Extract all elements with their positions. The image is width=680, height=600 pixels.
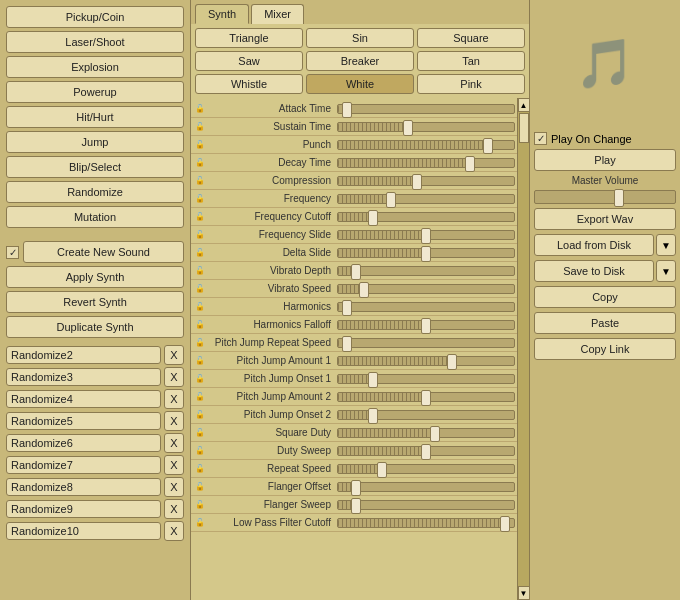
slider-thumb[interactable] bbox=[342, 102, 352, 118]
lock-icon[interactable]: 🔓 bbox=[193, 138, 207, 152]
slider-thumb[interactable] bbox=[368, 210, 378, 226]
slider-track[interactable] bbox=[337, 374, 515, 384]
export-wav-button[interactable]: Export Wav bbox=[534, 208, 676, 230]
sound-button-laser-shoot[interactable]: Laser/Shoot bbox=[6, 31, 184, 53]
lock-icon[interactable]: 🔓 bbox=[193, 444, 207, 458]
randomize-x-button[interactable]: X bbox=[164, 499, 184, 519]
lock-icon[interactable]: 🔓 bbox=[193, 462, 207, 476]
slider-thumb[interactable] bbox=[465, 156, 475, 172]
sound-button-hit-hurt[interactable]: Hit/Hurt bbox=[6, 106, 184, 128]
randomize-x-button[interactable]: X bbox=[164, 433, 184, 453]
slider-track[interactable] bbox=[337, 320, 515, 330]
lock-icon[interactable]: 🔓 bbox=[193, 156, 207, 170]
save-to-disk-button[interactable]: Save to Disk bbox=[534, 260, 654, 282]
slider-thumb[interactable] bbox=[368, 372, 378, 388]
slider-track[interactable] bbox=[337, 284, 515, 294]
lock-icon[interactable]: 🔓 bbox=[193, 516, 207, 530]
lock-icon[interactable]: 🔓 bbox=[193, 174, 207, 188]
slider-track[interactable] bbox=[337, 500, 515, 510]
randomize-x-button[interactable]: X bbox=[164, 389, 184, 409]
lock-icon[interactable]: 🔓 bbox=[193, 120, 207, 134]
slider-track[interactable] bbox=[337, 194, 515, 204]
waveform-button-breaker[interactable]: Breaker bbox=[306, 51, 414, 71]
lock-icon[interactable]: 🔓 bbox=[193, 372, 207, 386]
lock-icon[interactable]: 🔓 bbox=[193, 390, 207, 404]
slider-thumb[interactable] bbox=[351, 498, 361, 514]
slider-thumb[interactable] bbox=[342, 300, 352, 316]
slider-track[interactable] bbox=[337, 410, 515, 420]
lock-icon[interactable]: 🔓 bbox=[193, 102, 207, 116]
waveform-button-whistle[interactable]: Whistle bbox=[195, 74, 303, 94]
slider-thumb[interactable] bbox=[368, 408, 378, 424]
sound-button-explosion[interactable]: Explosion bbox=[6, 56, 184, 78]
sound-button-blip-select[interactable]: Blip/Select bbox=[6, 156, 184, 178]
tab-mixer[interactable]: Mixer bbox=[251, 4, 304, 24]
slider-track[interactable] bbox=[337, 122, 515, 132]
slider-thumb[interactable] bbox=[386, 192, 396, 208]
slider-thumb[interactable] bbox=[377, 462, 387, 478]
slider-track[interactable] bbox=[337, 158, 515, 168]
lock-icon[interactable]: 🔓 bbox=[193, 318, 207, 332]
slider-track[interactable] bbox=[337, 482, 515, 492]
apply-synth-button[interactable]: Apply Synth bbox=[6, 266, 184, 288]
slider-track[interactable] bbox=[337, 176, 515, 186]
master-volume-slider[interactable] bbox=[534, 190, 676, 204]
slider-thumb[interactable] bbox=[412, 174, 422, 190]
lock-icon[interactable]: 🔓 bbox=[193, 264, 207, 278]
lock-icon[interactable]: 🔓 bbox=[193, 282, 207, 296]
create-new-sound-button[interactable]: Create New Sound bbox=[23, 241, 184, 263]
waveform-button-saw[interactable]: Saw bbox=[195, 51, 303, 71]
waveform-button-sin[interactable]: Sin bbox=[306, 28, 414, 48]
waveform-button-tan[interactable]: Tan bbox=[417, 51, 525, 71]
lock-icon[interactable]: 🔓 bbox=[193, 246, 207, 260]
create-new-sound-checkbox[interactable]: ✓ bbox=[6, 246, 19, 259]
lock-icon[interactable]: 🔓 bbox=[193, 354, 207, 368]
lock-icon[interactable]: 🔓 bbox=[193, 336, 207, 350]
randomize-label[interactable]: Randomize3 bbox=[6, 368, 161, 386]
tab-synth[interactable]: Synth bbox=[195, 4, 249, 24]
randomize-label[interactable]: Randomize5 bbox=[6, 412, 161, 430]
randomize-x-button[interactable]: X bbox=[164, 367, 184, 387]
slider-track[interactable] bbox=[337, 464, 515, 474]
load-from-disk-button[interactable]: Load from Disk bbox=[534, 234, 654, 256]
randomize-label[interactable]: Randomize10 bbox=[6, 522, 161, 540]
slider-thumb[interactable] bbox=[430, 426, 440, 442]
scroll-up-button[interactable]: ▲ bbox=[518, 98, 530, 112]
slider-track[interactable] bbox=[337, 230, 515, 240]
slider-thumb[interactable] bbox=[359, 282, 369, 298]
slider-thumb[interactable] bbox=[421, 228, 431, 244]
waveform-button-square[interactable]: Square bbox=[417, 28, 525, 48]
slider-track[interactable] bbox=[337, 302, 515, 312]
lock-icon[interactable]: 🔓 bbox=[193, 192, 207, 206]
slider-track[interactable] bbox=[337, 446, 515, 456]
slider-thumb[interactable] bbox=[403, 120, 413, 136]
randomize-label[interactable]: Randomize4 bbox=[6, 390, 161, 408]
save-to-disk-arrow[interactable]: ▼ bbox=[656, 260, 676, 282]
lock-icon[interactable]: 🔓 bbox=[193, 408, 207, 422]
slider-thumb[interactable] bbox=[447, 354, 457, 370]
slider-thumb[interactable] bbox=[483, 138, 493, 154]
randomize-label[interactable]: Randomize8 bbox=[6, 478, 161, 496]
sound-button-randomize[interactable]: Randomize bbox=[6, 181, 184, 203]
lock-icon[interactable]: 🔓 bbox=[193, 210, 207, 224]
slider-track[interactable] bbox=[337, 266, 515, 276]
slider-track[interactable] bbox=[337, 338, 515, 348]
play-button[interactable]: Play bbox=[534, 149, 676, 171]
randomize-x-button[interactable]: X bbox=[164, 477, 184, 497]
lock-icon[interactable]: 🔓 bbox=[193, 498, 207, 512]
slider-thumb[interactable] bbox=[351, 264, 361, 280]
lock-icon[interactable]: 🔓 bbox=[193, 480, 207, 494]
lock-icon[interactable]: 🔓 bbox=[193, 300, 207, 314]
play-on-change-checkbox[interactable]: ✓ bbox=[534, 132, 547, 145]
waveform-button-white[interactable]: White bbox=[306, 74, 414, 94]
randomize-x-button[interactable]: X bbox=[164, 521, 184, 541]
scroll-down-button[interactable]: ▼ bbox=[518, 586, 530, 600]
copy-button[interactable]: Copy bbox=[534, 286, 676, 308]
waveform-button-triangle[interactable]: Triangle bbox=[195, 28, 303, 48]
slider-track[interactable] bbox=[337, 140, 515, 150]
revert-synth-button[interactable]: Revert Synth bbox=[6, 291, 184, 313]
slider-track[interactable] bbox=[337, 392, 515, 402]
sound-button-jump[interactable]: Jump bbox=[6, 131, 184, 153]
duplicate-synth-button[interactable]: Duplicate Synth bbox=[6, 316, 184, 338]
randomize-x-button[interactable]: X bbox=[164, 345, 184, 365]
